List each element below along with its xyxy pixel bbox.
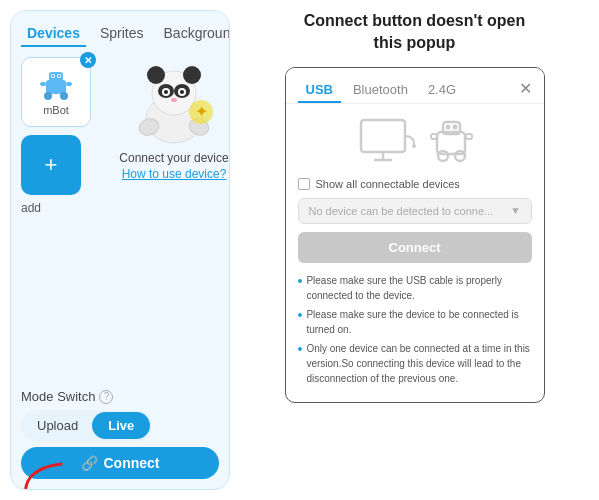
device-card-mbot[interactable]: ✕: [21, 57, 91, 127]
popup-tabs: USB Bluetooth 2.4G ✕: [286, 68, 544, 104]
show-all-row: Show all connectable devices: [298, 178, 532, 190]
link-icon: 🔗: [81, 455, 98, 471]
svg-point-18: [164, 90, 168, 94]
connect-text: Connect your device: [119, 151, 228, 165]
svg-rect-26: [361, 120, 405, 152]
bottom-section: Mode Switch ? Upload Live 🔗 Connect: [11, 381, 229, 489]
svg-point-34: [438, 151, 448, 161]
svg-rect-37: [466, 134, 472, 139]
add-device-button[interactable]: +: [21, 135, 81, 195]
panda-area: ✦ Connect your device How to use device?: [119, 47, 229, 181]
svg-point-35: [455, 151, 465, 161]
svg-rect-1: [49, 72, 63, 82]
info-item-1-text: Please make sure the USB cable is proper…: [306, 273, 531, 303]
svg-point-32: [445, 124, 450, 129]
popup-body: Show all connectable devices No device c…: [286, 104, 544, 402]
svg-point-7: [60, 92, 68, 100]
help-icon[interactable]: ?: [99, 390, 113, 404]
popup-tab-bluetooth[interactable]: Bluetooth: [345, 78, 416, 103]
show-all-checkbox[interactable]: [298, 178, 310, 190]
svg-point-6: [44, 92, 52, 100]
no-device-label: No device can be detected to conne...: [309, 205, 494, 217]
add-label: add: [21, 201, 41, 215]
svg-point-20: [171, 98, 177, 102]
popup-tab-usb[interactable]: USB: [298, 78, 341, 103]
connect-button-row: 🔗 Connect: [21, 447, 219, 479]
info-item-2: Please make sure the device to be connec…: [298, 307, 532, 337]
svg-text:✦: ✦: [195, 103, 208, 120]
tab-sprites[interactable]: Sprites: [94, 21, 150, 47]
right-panel: Connect button doesn't open this popup U…: [240, 10, 589, 490]
tab-devices[interactable]: Devices: [21, 21, 86, 47]
close-popup-icon[interactable]: ✕: [519, 79, 532, 102]
annotation-line1: Connect button doesn't open: [304, 12, 526, 29]
device-dropdown[interactable]: No device can be detected to conne... ▼: [298, 198, 532, 224]
svg-point-29: [412, 144, 416, 148]
svg-rect-0: [46, 80, 66, 94]
main-container: Devices Sprites Background ✕: [0, 0, 599, 500]
show-all-label: Show all connectable devices: [316, 178, 460, 190]
tabs-row: Devices Sprites Background: [11, 11, 229, 47]
svg-point-19: [180, 90, 184, 94]
upload-live-row: Upload Live: [21, 410, 152, 441]
info-item-3: Only one device can be connected at a ti…: [298, 341, 532, 386]
robot-popup-icon: [429, 116, 474, 166]
annotation-text: Connect button doesn't open this popup: [240, 10, 589, 55]
svg-point-4: [52, 75, 54, 77]
device-illustration: [298, 116, 532, 166]
annotation-line2: this popup: [374, 34, 456, 51]
info-item-1: Please make sure the USB cable is proper…: [298, 273, 532, 303]
info-list: Please make sure the USB cable is proper…: [298, 273, 532, 386]
dropdown-chevron-icon: ▼: [511, 205, 521, 216]
svg-rect-9: [66, 82, 72, 86]
monitor-icon: [356, 116, 421, 166]
left-panel: Devices Sprites Background ✕: [10, 10, 230, 490]
upload-button[interactable]: Upload: [23, 412, 92, 439]
tab-background[interactable]: Background: [158, 21, 230, 47]
plus-icon: +: [45, 154, 58, 176]
close-icon[interactable]: ✕: [80, 52, 96, 68]
panda-icon: ✦: [129, 57, 219, 147]
mode-switch-row: Mode Switch ?: [21, 389, 219, 404]
devices-content: ✕: [11, 47, 229, 381]
mbot-icon: [36, 68, 76, 104]
svg-point-13: [183, 66, 201, 84]
how-to-link[interactable]: How to use device?: [122, 167, 227, 181]
live-button[interactable]: Live: [92, 412, 150, 439]
popup-connect-button[interactable]: Connect: [298, 232, 532, 263]
connect-button[interactable]: 🔗 Connect: [21, 447, 219, 479]
device-label: mBot: [43, 104, 69, 116]
connect-button-label: Connect: [104, 455, 160, 471]
svg-point-5: [58, 75, 60, 77]
info-item-3-text: Only one device can be connected at a ti…: [306, 341, 531, 386]
svg-point-12: [147, 66, 165, 84]
svg-rect-8: [40, 82, 46, 86]
info-item-2-text: Please make sure the device to be connec…: [306, 307, 531, 337]
svg-rect-36: [431, 134, 437, 139]
popup-tab-24g[interactable]: 2.4G: [420, 78, 464, 103]
popup-box: USB Bluetooth 2.4G ✕: [285, 67, 545, 403]
mode-switch-label: Mode Switch: [21, 389, 95, 404]
svg-point-33: [452, 124, 457, 129]
